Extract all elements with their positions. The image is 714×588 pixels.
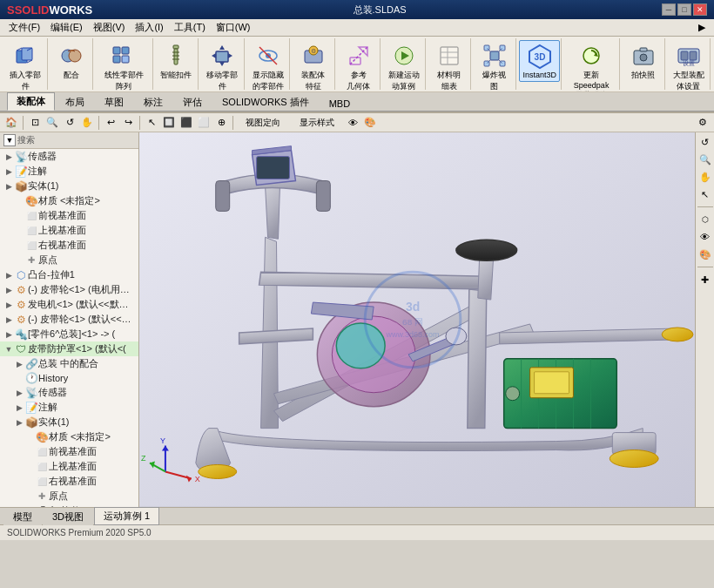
tree-item-sensors[interactable]: ▶ 📡 传感器: [0, 149, 138, 164]
history-icon: 🕐: [24, 372, 38, 384]
tab-assembly[interactable]: 装配体: [7, 92, 55, 111]
right-pan-button[interactable]: ✋: [697, 169, 713, 185]
tab-motion-study[interactable]: 运动算例 1: [94, 507, 159, 525]
tree-item-belt-pulley2[interactable]: ▶ ⚙ (-) 皮带轮<1> (默认<<默…: [0, 312, 138, 327]
select-button[interactable]: ↖: [144, 115, 159, 131]
appearance-button[interactable]: 🎨: [362, 115, 378, 131]
close-button[interactable]: ✕: [693, 3, 707, 16]
tree-item-right-plane2[interactable]: ⬜ 右视基准面: [0, 474, 138, 489]
filter-icon[interactable]: ▼: [3, 134, 16, 146]
tab-mbd[interactable]: MBD: [320, 96, 360, 111]
tree-item-top-plane2[interactable]: ⬜ 上视基准面: [0, 459, 138, 474]
right-appear-button[interactable]: 🎨: [697, 247, 713, 262]
3d-viewport[interactable]: 3d 68 网 www.3d68.com X Y Z: [139, 132, 695, 507]
tab-layout[interactable]: 布局: [56, 93, 94, 111]
tree-item-generator1[interactable]: ▶ ⚙ 发电机<1> (默认<<默…: [0, 297, 138, 312]
svg-marker-20: [228, 53, 232, 58]
explode-view-button[interactable]: 爆炸视图: [475, 40, 514, 92]
tab-evaluate[interactable]: 评估: [173, 93, 212, 111]
rotate-button[interactable]: ↺: [62, 115, 77, 131]
pan-button[interactable]: ✋: [79, 115, 95, 131]
mate-button[interactable]: 配合: [52, 40, 91, 83]
right-rotate-button[interactable]: ↺: [697, 134, 713, 150]
hide-show-button[interactable]: 👁: [345, 115, 360, 131]
tree-item-right-plane[interactable]: ⬜ 右视基准面: [0, 238, 138, 253]
menu-window[interactable]: 窗口(W): [211, 20, 256, 35]
right-ref-triad-button[interactable]: ✚: [697, 272, 713, 287]
move-component-button[interactable]: 移动零部件: [203, 40, 241, 92]
menu-file[interactable]: 文件(F): [3, 20, 45, 35]
redo-button[interactable]: ↪: [120, 115, 136, 131]
large-assembly-button[interactable]: 设置 大型装配体设置: [670, 40, 708, 92]
right-hide-button[interactable]: 👁: [697, 229, 713, 245]
tab-model[interactable]: 模型: [3, 508, 42, 525]
ribbon-group-fasteners: 智能扣件: [155, 38, 199, 90]
minimize-button[interactable]: ─: [662, 3, 676, 16]
edge-filter-button[interactable]: ⬛: [178, 115, 194, 131]
tab-markup[interactable]: 标注: [134, 93, 172, 111]
svg-rect-1: [22, 48, 32, 60]
component-filter-button[interactable]: 🔲: [161, 115, 177, 131]
insert-component-button[interactable]: 插入零部件: [6, 40, 44, 92]
window-controls[interactable]: ─ □ ✕: [662, 3, 707, 16]
tree-item-origin2[interactable]: ✚ 原点: [0, 489, 138, 504]
tree-item-sensors2[interactable]: ▶ 📡 传感器: [0, 385, 138, 400]
tab-3dview[interactable]: 3D视图: [43, 508, 93, 525]
menu-help[interactable]: ▶: [693, 21, 711, 34]
tab-sketch[interactable]: 草图: [95, 93, 133, 111]
snapshot-button[interactable]: 拍快照: [624, 40, 663, 83]
tree-item-material[interactable]: 🎨 材质 <未指定>: [0, 193, 138, 208]
smart-fasteners-icon: [162, 42, 190, 70]
material-label: 材质 <未指定>: [38, 194, 100, 207]
tree-item-solid-bodies2[interactable]: ▶ 📦 实体(1): [0, 415, 138, 429]
tree-item-annotations[interactable]: ▶ 📝 注解: [0, 164, 138, 179]
tree-item-history[interactable]: 🕐 History: [0, 371, 138, 385]
solid-bodies-label: 实体(1): [28, 179, 58, 193]
bom-button[interactable]: 材料明细表: [430, 40, 468, 92]
show-hidden-button[interactable]: 显示隐藏的零部件: [249, 40, 287, 92]
tree-item-mates-in-asm[interactable]: ▶ 🔗 总装 中的配合: [0, 356, 138, 371]
new-motion-button[interactable]: 新建运动动算例: [385, 40, 423, 92]
tree-item-part6[interactable]: ▶ 🔩 [零件6^总装]<1> -> (: [0, 327, 138, 341]
front-plane2-label: 前视基准面: [49, 445, 97, 458]
speedpak-button[interactable]: 更新 Speedpak子装配体: [567, 40, 616, 92]
reference-geometry-button[interactable]: 参考几何体: [340, 40, 378, 92]
zoom-fit-button[interactable]: ⊡: [27, 115, 43, 131]
menu-edit[interactable]: 编辑(E): [45, 20, 88, 35]
tree-item-annotations2[interactable]: ▶ 📝 注解: [0, 400, 138, 415]
svg-point-67: [662, 328, 693, 341]
assembly-feature-button[interactable]: ⚙ 装配体特征: [294, 40, 333, 92]
tree-item-top-plane[interactable]: ⬜ 上视基准面: [0, 223, 138, 238]
menu-view[interactable]: 视图(V): [88, 20, 131, 35]
menu-tools[interactable]: 工具(T): [169, 20, 211, 35]
zoom-in-button[interactable]: 🔍: [44, 115, 60, 131]
tree-item-solid-bodies[interactable]: ▶ 📦 实体(1): [0, 179, 138, 193]
tree-item-boss-extrude1[interactable]: ▶ ⬡ 凸台-拉伸1: [0, 267, 138, 282]
undo-button[interactable]: ↩: [103, 115, 118, 131]
linear-pattern-button[interactable]: 线性零部件阵列: [98, 40, 148, 92]
expand-icon: ▶: [3, 330, 14, 339]
display-style-button[interactable]: 显示样式: [291, 115, 343, 131]
settings-button[interactable]: ⚙: [695, 115, 711, 131]
tree-item-origin[interactable]: ✚ 原点: [0, 253, 138, 267]
tree-item-front-plane[interactable]: ⬜ 前视基准面: [0, 208, 138, 223]
tree-item-belt-pulley1[interactable]: ▶ ⚙ (-) 皮带轮<1> (电机用…: [0, 282, 138, 297]
instant3d-button[interactable]: 3D Instant3D: [519, 40, 560, 82]
smart-fasteners-button[interactable]: 智能扣件: [157, 40, 195, 83]
svg-rect-7: [113, 47, 120, 54]
view-orient-button[interactable]: 视图定向: [237, 115, 289, 131]
home-button[interactable]: 🏠: [3, 115, 19, 131]
history-label: History: [38, 373, 68, 383]
tree-item-front-plane2[interactable]: ⬜ 前视基准面: [0, 444, 138, 459]
right-section-view-button[interactable]: ⬡: [697, 212, 713, 227]
ribbon-toolbar: 插入零部件 配合: [0, 37, 714, 92]
face-filter-button[interactable]: ⬜: [196, 115, 212, 131]
tree-item-material2[interactable]: 🎨 材质 <未指定>: [0, 429, 138, 444]
tab-plugins[interactable]: SOLIDWORKS 插件: [212, 93, 319, 111]
menu-insert[interactable]: 插入(I): [130, 20, 168, 35]
tree-item-belt-guard[interactable]: ▼ 🛡 皮带防护罩<1> (默认<(: [0, 341, 138, 356]
right-zoom-button[interactable]: 🔍: [697, 152, 713, 167]
vertex-filter-button[interactable]: ⊕: [213, 115, 229, 131]
right-select-button[interactable]: ↖: [697, 186, 713, 202]
maximize-button[interactable]: □: [677, 3, 691, 16]
